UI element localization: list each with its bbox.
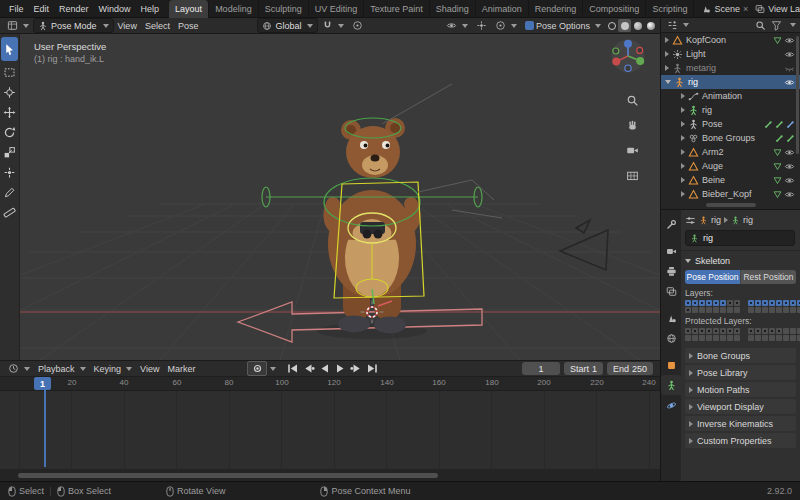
menu-edit[interactable]: Edit (29, 4, 55, 14)
eye-icon[interactable] (784, 189, 795, 200)
tool-annotate[interactable] (1, 183, 18, 201)
rest-position-button[interactable]: Rest Position (740, 270, 796, 284)
layer-toggle[interactable] (713, 307, 719, 313)
navigation-gizmo[interactable] (610, 38, 646, 74)
eye-icon[interactable] (784, 77, 795, 88)
camera-object[interactable] (560, 220, 608, 270)
layer-toggle[interactable] (699, 307, 705, 313)
layer-toggle[interactable] (783, 307, 789, 313)
mode-dropdown[interactable]: Pose Mode (33, 18, 114, 33)
outliner-row[interactable]: Arm2 (661, 145, 800, 159)
eye-icon[interactable] (784, 35, 795, 46)
tab-shading[interactable]: Shading (430, 0, 476, 18)
shading-solid-button[interactable] (618, 19, 631, 32)
eye-icon[interactable] (784, 161, 795, 172)
ortho-grid-icon[interactable] (626, 169, 639, 182)
tab-object-data[interactable] (661, 375, 681, 395)
menu-help[interactable]: Help (136, 4, 165, 14)
outliner-row[interactable]: rig (661, 103, 800, 117)
outliner-row[interactable]: Bone Groups (661, 131, 800, 145)
menu-playback[interactable]: Playback (34, 364, 90, 374)
3d-viewport-canvas[interactable] (20, 34, 660, 360)
tab-render[interactable] (661, 241, 681, 261)
menu-render[interactable]: Render (54, 4, 94, 14)
tab-physics[interactable] (661, 395, 681, 415)
tool-scale[interactable] (1, 143, 18, 161)
outliner-row[interactable]: Beine (661, 173, 800, 187)
timeline-editor-type-button[interactable] (4, 363, 34, 374)
tool-transform[interactable] (1, 163, 18, 181)
outliner-row[interactable]: Pose (661, 117, 800, 131)
jump-to-start-button[interactable] (284, 362, 300, 375)
panel-viewport-display[interactable]: Viewport Display (685, 399, 796, 414)
layer-toggle[interactable] (755, 328, 761, 334)
search-icon[interactable] (755, 20, 766, 31)
disclosure-icon[interactable] (681, 107, 685, 113)
layer-toggle[interactable] (727, 307, 733, 313)
layer-toggle[interactable] (769, 307, 775, 313)
play-reverse-button[interactable] (316, 362, 332, 375)
menu-file[interactable]: File (4, 4, 29, 14)
eye-icon[interactable] (784, 147, 795, 158)
outliner-row[interactable]: Animation (661, 89, 800, 103)
layer-toggle[interactable] (734, 307, 740, 313)
layer-toggle[interactable] (755, 335, 761, 341)
disclosure-icon[interactable] (665, 37, 669, 43)
tab-texture-paint[interactable]: Texture Paint (364, 0, 430, 18)
tab-layout[interactable]: Layout (169, 0, 209, 18)
layer-toggle[interactable] (727, 328, 733, 334)
scene-selector[interactable]: Scene × (701, 4, 748, 14)
eye-icon[interactable] (784, 175, 795, 186)
outliner-row-selected[interactable]: rig (661, 75, 800, 89)
outliner-hscrollbar[interactable] (706, 203, 756, 207)
layer-toggle[interactable] (692, 328, 698, 334)
layer-toggle[interactable] (692, 307, 698, 313)
disclosure-icon[interactable] (665, 65, 669, 71)
3d-viewport[interactable]: User Perspective (1) rig : hand_ik.L (20, 34, 660, 360)
layer-toggle[interactable] (685, 307, 691, 313)
outliner-row[interactable]: metarig (661, 61, 800, 75)
tab-tool[interactable] (661, 214, 681, 234)
menu-marker[interactable]: Marker (163, 364, 199, 374)
camera-view-icon[interactable] (626, 144, 639, 157)
shading-material-button[interactable] (631, 19, 644, 32)
menu-pose[interactable]: Pose (174, 21, 203, 31)
layer-toggle[interactable] (692, 335, 698, 341)
layer-toggle[interactable] (727, 335, 733, 341)
view-layer-selector[interactable]: View Layer × (755, 4, 800, 14)
end-frame-field[interactable]: End250 (607, 362, 653, 375)
show-overlays-button[interactable] (491, 20, 521, 31)
disclosure-icon[interactable] (681, 93, 685, 99)
layer-toggle[interactable] (776, 307, 782, 313)
pose-position-button[interactable]: Pose Position (685, 270, 740, 284)
outliner-scrollbar[interactable] (796, 36, 799, 154)
current-frame-field[interactable]: 1 (522, 362, 560, 375)
pose-options-dropdown[interactable]: Pose Options (521, 21, 605, 31)
layer-toggle[interactable] (720, 335, 726, 341)
disclosure-icon[interactable] (681, 121, 685, 127)
layer-toggle[interactable] (748, 328, 754, 334)
filter-caret[interactable] (790, 23, 796, 27)
layer-toggle[interactable] (692, 300, 698, 306)
tab-compositing[interactable]: Compositing (583, 0, 646, 18)
tool-measure[interactable] (1, 203, 18, 221)
layer-toggle[interactable] (790, 335, 796, 341)
eye-closed-icon[interactable] (784, 63, 795, 74)
layer-toggle[interactable] (776, 335, 782, 341)
layer-toggle[interactable] (748, 300, 754, 306)
pan-hand-icon[interactable] (626, 119, 639, 132)
layer-toggle[interactable] (783, 328, 789, 334)
layer-toggle[interactable] (762, 335, 768, 341)
tab-uv-editing[interactable]: UV Editing (309, 0, 365, 18)
menu-window[interactable]: Window (94, 4, 136, 14)
outliner-row[interactable]: Auge (661, 159, 800, 173)
layer-toggle[interactable] (706, 328, 712, 334)
jump-to-end-button[interactable] (364, 362, 380, 375)
layer-toggle[interactable] (776, 300, 782, 306)
tab-view-layer[interactable] (661, 281, 681, 301)
tool-cursor[interactable] (1, 83, 18, 101)
menu-keying[interactable]: Keying (90, 364, 137, 374)
layer-toggle[interactable] (762, 328, 768, 334)
panel-pose-library[interactable]: Pose Library (685, 365, 796, 380)
tool-rotate[interactable] (1, 123, 18, 141)
